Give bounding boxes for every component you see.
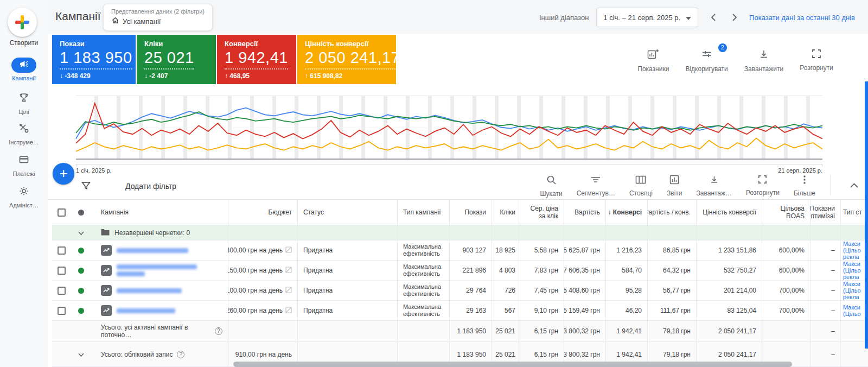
- cpc-value: 5,58 грн: [519, 241, 564, 260]
- bid-strategy-value[interactable]: Макси(Цільорекла: [840, 281, 868, 300]
- segment-button[interactable]: Сегментув…: [577, 175, 615, 197]
- filter-funnel-icon[interactable]: [81, 181, 91, 191]
- scorecard-conversions[interactable]: Конверсії 1 942,41 ↑ 468,95: [217, 35, 296, 84]
- previous-range-button[interactable]: [706, 10, 720, 24]
- trophy-icon: [18, 92, 29, 105]
- sidebar-item-campaigns[interactable]: Кампанії: [0, 58, 48, 81]
- horizontal-scrollbar[interactable]: [233, 362, 792, 367]
- sidebar-item-tools[interactable]: Інструме…: [0, 122, 48, 145]
- download-icon: [758, 49, 769, 62]
- col-bid-type[interactable]: Тип ст: [840, 200, 868, 225]
- row-checkbox[interactable]: [58, 287, 66, 295]
- bid-strategy-value[interactable]: Макси(Цільорекла: [840, 261, 868, 280]
- budget-value[interactable]: 100,00 грн на день: [228, 287, 283, 294]
- download-button[interactable]: Завантажити: [744, 49, 783, 73]
- col-cost-per-conv[interactable]: Вартість / конв.: [647, 200, 696, 225]
- col-budget[interactable]: Бюджет: [228, 200, 297, 225]
- help-icon[interactable]: ?: [177, 351, 184, 358]
- home-icon: [111, 16, 119, 26]
- col-status[interactable]: Статус: [297, 200, 397, 225]
- select-all-checkbox[interactable]: [58, 208, 66, 217]
- performance-max-icon: [101, 265, 112, 276]
- data-view-chip[interactable]: Представлення даних (2 фільтри) Усі камп…: [103, 4, 213, 31]
- cost-per-conv-value: 86,85 грн: [647, 241, 696, 260]
- show-last-30-days-link[interactable]: Показати дані за останні 30 днів: [749, 14, 855, 22]
- scorecard-impressions[interactable]: Покази 1 183 950 ↓ -348 429: [52, 35, 136, 84]
- budget-value[interactable]: 400,00 грн на день: [228, 246, 283, 254]
- add-filter-button[interactable]: Додати фільтр: [125, 182, 176, 191]
- expand-table-button[interactable]: Розгорнути: [746, 175, 780, 197]
- col-impressions[interactable]: Покази: [449, 200, 492, 225]
- campaign-name-redacted[interactable]: [117, 288, 182, 293]
- totals-active-label: Усього: усі активні кампанії в поточно…: [101, 324, 210, 339]
- col-cpc[interactable]: Сер. ціна за клік: [519, 200, 564, 225]
- performance-chart[interactable]: [76, 96, 822, 160]
- main-content: Покази 1 183 950 ↓ -348 429 Кліки 25 021…: [48, 34, 868, 367]
- scorecard-value: 1 942,41: [225, 49, 288, 69]
- caret-down-icon: [686, 14, 691, 22]
- collapse-table-button[interactable]: [850, 180, 858, 190]
- reports-icon: [669, 175, 679, 187]
- scorecard-delta: ↑ 615 908,82: [305, 72, 388, 80]
- page-header: Кампанії Представлення даних (2 фільтри)…: [48, 0, 868, 34]
- megaphone-icon: [19, 59, 29, 71]
- plus-icon: +: [59, 165, 67, 181]
- search-button[interactable]: Шукати: [540, 175, 563, 198]
- gear-icon: [18, 186, 29, 199]
- table-row[interactable]: 400,00 грн на день Придатна Максимальнае…: [52, 241, 868, 261]
- download-table-button[interactable]: Завантаж…: [697, 175, 732, 197]
- vertical-scrollbar[interactable]: [865, 81, 868, 349]
- scorecard-delta: ↓ -348 429: [60, 72, 128, 80]
- table-row[interactable]: 150,00 грн на день Придатна Максимальнае…: [52, 261, 868, 281]
- bid-strategy-value[interactable]: Макси(Цільорекла: [840, 241, 868, 260]
- sidebar-item-goals[interactable]: Цілі: [0, 91, 48, 115]
- reports-button[interactable]: Звіти: [667, 175, 682, 197]
- drafts-row[interactable]: Незавершені чернетки: 0: [52, 225, 868, 241]
- bid-strategy-value[interactable]: Макси(Цільо: [840, 301, 868, 320]
- row-checkbox[interactable]: [58, 246, 66, 255]
- sidebar-item-billing[interactable]: Платежі: [0, 153, 48, 177]
- scorecard-delta: ↑ 468,95: [225, 72, 289, 80]
- scorecard-conv-value[interactable]: Цінність конверсії 2 050 241,17 ↑ 615 90…: [297, 35, 396, 84]
- type-value: Максимальнаефективність: [397, 241, 449, 260]
- row-checkbox[interactable]: [58, 267, 66, 275]
- campaign-name-redacted[interactable]: [117, 308, 175, 313]
- campaign-name-redacted[interactable]: [117, 264, 197, 276]
- col-roas[interactable]: Цільова ROAS: [762, 200, 810, 225]
- next-range-button[interactable]: [727, 10, 742, 24]
- scorecard-clicks[interactable]: Кліки 25 021 ↓ -2 407: [137, 35, 216, 84]
- roas-value: 700,00%: [762, 281, 810, 300]
- col-conversions-sorted[interactable]: ↓ Конверсі: [605, 200, 647, 225]
- help-icon[interactable]: ?: [215, 327, 222, 335]
- budget-value[interactable]: 260,00 грн на день: [228, 307, 283, 314]
- col-campaign[interactable]: Кампанія: [95, 200, 228, 225]
- col-opt-score[interactable]: Показниоптимізаі: [810, 200, 840, 225]
- add-campaign-fab[interactable]: +: [53, 163, 74, 185]
- col-cost[interactable]: Вартість: [564, 200, 605, 225]
- budget-value[interactable]: 150,00 грн на день: [228, 267, 283, 274]
- metrics-button[interactable]: Показники: [637, 49, 669, 73]
- status-enabled-dot: [78, 288, 84, 294]
- more-button[interactable]: Більше: [794, 175, 815, 197]
- columns-button[interactable]: Стовпці: [629, 175, 653, 197]
- expand-chart-button[interactable]: Розгорнути: [800, 49, 833, 73]
- col-conv-value[interactable]: Цінність конверсії: [696, 200, 762, 225]
- col-clicks[interactable]: Кліки: [492, 200, 519, 225]
- cost-per-conv-value: 111,67 грн: [647, 301, 696, 320]
- date-range-value: 1 січ. – 21 серп. 2025 р.: [603, 14, 680, 22]
- campaign-name-redacted[interactable]: [117, 248, 188, 253]
- adjust-button[interactable]: 2 Відкоригувати: [685, 49, 727, 73]
- roas-value: 700,00%: [762, 301, 810, 320]
- table-row[interactable]: 260,00 грн на день Придатна Максимальнае…: [52, 301, 868, 321]
- row-checkbox[interactable]: [58, 307, 66, 315]
- create-button[interactable]: [8, 8, 37, 37]
- chevron-down-icon[interactable]: [78, 351, 84, 358]
- table-row[interactable]: 100,00 грн на день Придатна Максимальнае…: [52, 281, 868, 301]
- clicks-value: 4 803: [492, 261, 519, 280]
- conversions-value: 46,20: [605, 301, 647, 320]
- col-type[interactable]: Тип кампанії: [397, 200, 449, 225]
- chevron-down-icon[interactable]: [78, 229, 84, 237]
- date-range-select[interactable]: 1 січ. – 21 серп. 2025 р.: [596, 8, 698, 27]
- sidebar-item-admin[interactable]: Адмініст…: [0, 185, 48, 208]
- status-filter-dot[interactable]: [78, 210, 84, 216]
